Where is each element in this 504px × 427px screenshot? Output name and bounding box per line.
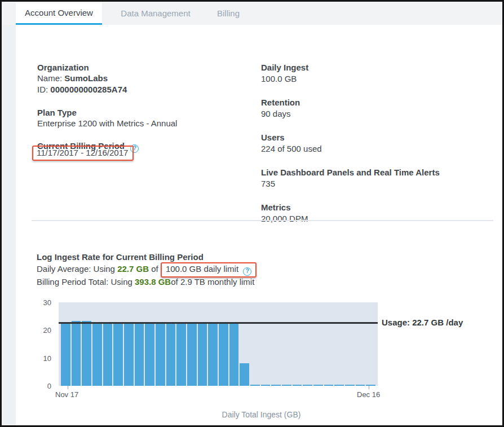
x-tick-end <box>369 386 369 389</box>
organization-id: ID: 0000000000285A74 <box>37 84 127 95</box>
stat-value: 20,000 DPM <box>261 213 487 224</box>
chart-bar <box>72 321 81 386</box>
billing-period-highlight: 11/17/2017 - 12/16/2017 <box>32 146 134 161</box>
billing-total-prefix: Billing Period Total: Using <box>37 277 135 287</box>
tab-data-management[interactable]: Data Management <box>117 2 194 25</box>
chart-bars <box>59 302 378 386</box>
chart-bar <box>219 323 228 386</box>
organization-id-label: ID: <box>37 85 50 94</box>
chart-bar <box>282 385 291 386</box>
billing-period-value: 11/17/2017 - 12/16/2017 <box>37 148 128 157</box>
billing-period-red-box: 11/17/2017 - 12/16/2017 <box>32 146 134 161</box>
organization-id-value: 0000000000285A74 <box>50 85 127 94</box>
chart-bar <box>229 323 239 386</box>
daily-average-line: Daily Average: Using 22.7 GB of 100.0 GB… <box>37 262 257 278</box>
stat-value: 735 <box>261 178 487 190</box>
chart-bar <box>324 385 334 386</box>
stat-label: Retention <box>261 97 487 108</box>
organization-title: Organization <box>37 62 89 73</box>
stat-value: 90 days <box>261 108 487 120</box>
chart-bar <box>334 385 344 386</box>
chart-bar <box>113 323 123 386</box>
billing-total-used: 393.8 GB <box>135 277 171 287</box>
stat-label: Users <box>261 132 487 143</box>
chart-bar <box>135 323 144 386</box>
stat-label: Live Dashboard Panels and Real Time Aler… <box>261 167 487 178</box>
stat-label: Metrics <box>261 202 487 213</box>
organization-name-label: Name: <box>37 73 64 83</box>
usage-line-label: Usage: 22.7 GB /day <box>382 318 463 327</box>
chart-bar <box>124 322 134 386</box>
y-tick-label: 10 <box>34 354 51 363</box>
chart-bar <box>198 323 207 386</box>
chart-bar <box>208 322 218 386</box>
stat-value: 224 of 500 used <box>261 143 487 155</box>
chart-bar <box>176 323 186 386</box>
chart-bar <box>250 385 260 386</box>
y-tick-label: 20 <box>34 326 51 334</box>
daily-average-prefix: Daily Average: Using <box>37 264 117 274</box>
chart-bar <box>82 321 91 386</box>
chart-bar <box>356 385 365 386</box>
chart-bar <box>345 385 355 386</box>
usage-reference-line <box>59 322 378 324</box>
y-tick-label: 30 <box>34 298 51 307</box>
chart-plot-area <box>59 302 378 386</box>
chart-bar <box>156 323 165 386</box>
stat-users: Users 224 of 500 used <box>261 132 487 155</box>
chart-bar <box>303 385 312 386</box>
stat-label: Daily Ingest <box>261 62 487 73</box>
x-label-start: Nov 17 <box>55 390 78 399</box>
daily-limit-text: 100.0 GB daily limit <box>166 264 238 274</box>
x-label-end: Dec 16 <box>357 390 380 399</box>
log-ingest-title: Log Ingest Rate for Current Billing Peri… <box>37 252 204 263</box>
chart-bar <box>261 385 271 386</box>
help-icon[interactable]: ? <box>243 267 251 276</box>
billing-total-suffix: of 2.9 TB monthly limit <box>171 277 254 287</box>
chart-axis-title: Daily Total Ingest (GB) <box>59 410 464 419</box>
chart-bar <box>61 323 70 386</box>
chart-bar <box>103 323 113 386</box>
stat-value: 100.0 GB <box>261 73 487 85</box>
chart-bar <box>145 323 154 386</box>
daily-limit-red-box: 100.0 GB daily limit ? <box>161 262 257 278</box>
organization-name-value: SumoLabs <box>64 73 108 83</box>
plan-type-value: Enterprise 1200 with Metrics - Annual <box>37 118 177 129</box>
tab-billing[interactable]: Billing <box>215 2 242 25</box>
section-divider <box>32 220 493 221</box>
x-tick-start <box>68 386 68 389</box>
chart-bar <box>313 385 323 386</box>
account-overview-page: Account Overview Data Management Billing… <box>0 0 504 427</box>
stat-metrics: Metrics 20,000 DPM <box>261 202 487 224</box>
chart-bar <box>187 323 197 386</box>
tab-bar: Account Overview Data Management Billing <box>2 2 502 25</box>
daily-average-mid: of <box>149 264 161 274</box>
daily-average-used: 22.7 GB <box>117 264 149 274</box>
chart-bar <box>271 385 281 386</box>
billing-total-line: Billing Period Total: Using 393.8 GBof 2… <box>37 276 254 288</box>
stat-dashboard-panels: Live Dashboard Panels and Real Time Aler… <box>261 167 487 190</box>
chart-bar <box>166 322 176 386</box>
chart-bar <box>92 322 102 386</box>
stat-retention: Retention 90 days <box>261 97 487 120</box>
tab-account-overview[interactable]: Account Overview <box>16 2 102 25</box>
chart-bar <box>293 385 302 386</box>
plan-type-title: Plan Type <box>37 107 77 118</box>
chart-bar <box>366 385 375 386</box>
stats-column: Daily Ingest 100.0 GB Retention 90 days … <box>261 62 487 237</box>
stat-daily-ingest: Daily Ingest 100.0 GB <box>261 62 487 85</box>
chart-bar <box>240 363 249 386</box>
y-tick-label: 0 <box>34 382 51 390</box>
organization-name: Name: SumoLabs <box>37 73 108 84</box>
